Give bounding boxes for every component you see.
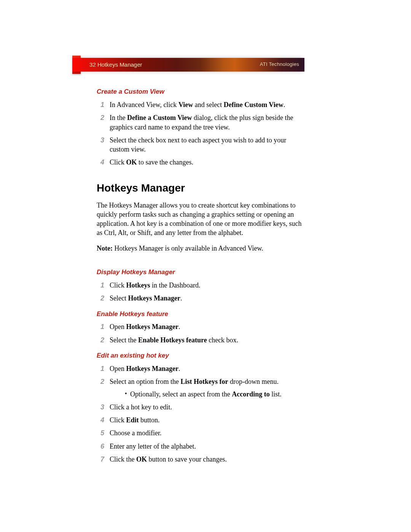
paragraph-intro: The Hotkeys Manager allows you to create… [97, 201, 302, 238]
step-text: Select an option from the [110, 378, 180, 385]
step-text: Enter any letter of the alphabet. [110, 443, 196, 450]
note-text: Hotkeys Manager is only available in Adv… [113, 244, 263, 252]
step-text: button. [139, 416, 160, 424]
step-bold: List Hotkeys for [180, 378, 228, 385]
step-item: In the Define a Custom View dialog, clic… [97, 113, 302, 132]
step-bold: Define a Custom View [127, 114, 192, 121]
steps-create-custom-view: In Advanced View, click View and select … [97, 100, 302, 167]
step-text: Click a hot key to edit. [110, 403, 172, 411]
step-item: Click a hot key to edit. [97, 403, 302, 412]
step-item: Select an option from the List Hotkeys f… [97, 377, 302, 399]
step-bold: Enable Hotkeys feature [138, 336, 207, 344]
heading-hotkeys-manager: Hotkeys Manager [97, 181, 302, 195]
header-section-title: Hotkeys Manager [97, 61, 142, 68]
subhead-edit-hotkey: Edit an existing hot key [97, 351, 302, 360]
subhead-display-hotkeys: Display Hotkeys Manager [97, 268, 302, 277]
step-text: Choose a modifier. [110, 429, 161, 437]
step-text: . [284, 101, 285, 109]
page-content: Create a Custom View In Advanced View, c… [97, 81, 302, 468]
step-bold: Hotkeys Manager [126, 323, 178, 331]
page-number: 32 [89, 61, 96, 68]
step-item: Choose a modifier. [97, 428, 302, 438]
step-text: Click [110, 158, 126, 166]
step-bold: Edit [126, 416, 139, 424]
step-text: In the [110, 114, 127, 121]
step-bold: Hotkeys Manager [126, 365, 178, 372]
steps-edit-hotkey: Open Hotkeys Manager. Select an option f… [97, 364, 302, 464]
step-bold: View [178, 101, 193, 109]
sub-bullet-text: list. [270, 390, 282, 398]
sub-bullet: Optionally, select an aspect from the Ac… [125, 390, 302, 399]
step-text: Open [110, 365, 126, 372]
step-text: Select [110, 294, 128, 302]
paragraph-note: Note: Hotkeys Manager is only available … [97, 244, 302, 253]
step-bold: Define Custom View [224, 101, 284, 109]
subhead-create-custom-view: Create a Custom View [97, 88, 302, 96]
step-text: . [178, 323, 180, 331]
step-text: drop-down menu. [228, 378, 278, 385]
step-text: Select the check box next to each aspect… [110, 136, 286, 153]
step-text: Click [110, 416, 126, 424]
step-item: Click OK to save the changes. [97, 158, 302, 167]
step-text: Click [110, 281, 126, 289]
step-text: . [180, 294, 182, 302]
step-bold: OK [126, 158, 137, 166]
step-item: Select the check box next to each aspect… [97, 136, 302, 154]
step-text: . [178, 365, 180, 372]
step-item: Open Hotkeys Manager. [97, 322, 302, 331]
step-item: In Advanced View, click View and select … [97, 100, 302, 109]
step-text: check box. [207, 336, 238, 344]
page: 32 Hotkeys Manager ATI Technologies Crea… [0, 0, 411, 532]
subhead-enable-hotkeys: Enable Hotkeys feature [97, 310, 302, 319]
step-text: to save the changes. [137, 158, 193, 166]
step-item: Select Hotkeys Manager. [97, 294, 302, 303]
step-bold: Hotkeys Manager [128, 294, 180, 302]
sub-bullet-text: Optionally, select an aspect from the [130, 390, 232, 398]
step-item: Click Edit button. [97, 415, 302, 425]
page-header-banner: 32 Hotkeys Manager ATI Technologies [72, 58, 304, 72]
sub-bullet-bold: According to [232, 390, 269, 398]
step-item: Select the Enable Hotkeys feature check … [97, 335, 302, 345]
step-text: Select the [110, 336, 138, 344]
note-label: Note: [97, 244, 113, 252]
step-text: in the Dashboard. [150, 281, 201, 289]
steps-display-hotkeys: Click Hotkeys in the Dashboard. Select H… [97, 281, 302, 303]
step-text: In Advanced View, click [110, 101, 178, 109]
step-bold: OK [136, 455, 147, 463]
step-item: Click the OK button to save your changes… [97, 455, 302, 464]
step-text: button to save your changes. [147, 455, 227, 463]
steps-enable-hotkeys: Open Hotkeys Manager. Select the Enable … [97, 322, 302, 345]
step-text: and select [193, 101, 223, 109]
step-text: Click the [110, 455, 136, 463]
step-item: Click Hotkeys in the Dashboard. [97, 281, 302, 290]
step-item: Open Hotkeys Manager. [97, 364, 302, 373]
step-item: Enter any letter of the alphabet. [97, 442, 302, 451]
header-brand: ATI Technologies [260, 61, 299, 67]
step-bold: Hotkeys [126, 281, 150, 289]
step-text: Open [110, 323, 126, 331]
